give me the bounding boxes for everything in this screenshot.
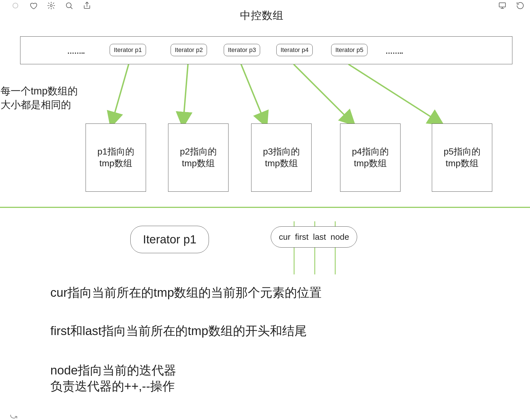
- field-cur: cur: [279, 232, 291, 242]
- iterator-chip-p5: Iterator p5: [331, 44, 368, 56]
- control-array-box: [20, 36, 512, 64]
- iterator-fields-pill: cur first last node: [271, 226, 357, 248]
- section-divider: [0, 207, 530, 208]
- tmp-box-line1: p3指向的: [263, 146, 300, 158]
- tmp-box-p1: p1指向的 tmp数组: [86, 124, 146, 192]
- desc-node-line1: node指向当前的迭代器: [50, 362, 176, 378]
- desc-node-line2: 负责迭代器的++,--操作: [50, 378, 176, 394]
- desc-firstlast: first和last指向当前所在的tmp数组的开头和结尾: [50, 323, 307, 339]
- iterator-chip-p3: Iterator p3: [224, 44, 260, 56]
- tmp-box-line1: p1指向的: [97, 146, 134, 158]
- diagram-title: 中控数组: [240, 8, 284, 23]
- tmp-box-p2: p2指向的 tmp数组: [168, 124, 229, 192]
- sidenote-line2: 大小都是相同的: [1, 98, 78, 112]
- svg-line-9: [241, 64, 265, 123]
- tmp-box-line1: p4指向的: [352, 146, 389, 158]
- iterator-chip-p2: Iterator p2: [171, 44, 207, 56]
- tmp-box-p5: p5指向的 tmp数组: [432, 124, 492, 192]
- dots-right: ……..: [385, 47, 403, 56]
- detail-iterator-pill: Iterator p1: [130, 226, 209, 253]
- tmp-box-line2: tmp数组: [182, 158, 215, 169]
- svg-line-7: [112, 64, 129, 123]
- dots-left: ……..: [67, 47, 84, 56]
- sidenote-line1: 每一个tmp数组的: [1, 84, 78, 98]
- desc-cur: cur指向当前所在的tmp数组的当前那个元素的位置: [50, 284, 322, 300]
- field-node: node: [331, 232, 349, 242]
- tmp-box-line1: p5指向的: [444, 146, 480, 158]
- svg-line-11: [348, 64, 440, 122]
- redo-icon[interactable]: [10, 411, 18, 420]
- tmp-box-line2: tmp数组: [354, 158, 387, 169]
- tmp-box-line2: tmp数组: [265, 158, 298, 169]
- iterator-chip-p1: Iterator p1: [110, 44, 146, 56]
- tmp-box-p4: p4指向的 tmp数组: [340, 124, 401, 192]
- svg-line-10: [294, 64, 352, 122]
- field-first: first: [295, 232, 308, 242]
- field-last: last: [313, 232, 326, 242]
- tmp-box-line2: tmp数组: [99, 158, 132, 169]
- desc-node: node指向当前的迭代器 负责迭代器的++,--操作: [50, 362, 176, 394]
- svg-line-8: [183, 64, 188, 123]
- sidenote-text: 每一个tmp数组的 大小都是相同的: [1, 84, 78, 111]
- tmp-box-line1: p2指向的: [180, 146, 217, 158]
- tmp-box-p3: p3指向的 tmp数组: [251, 124, 312, 192]
- tmp-box-line2: tmp数组: [446, 158, 478, 169]
- iterator-chip-p4: Iterator p4: [276, 44, 313, 56]
